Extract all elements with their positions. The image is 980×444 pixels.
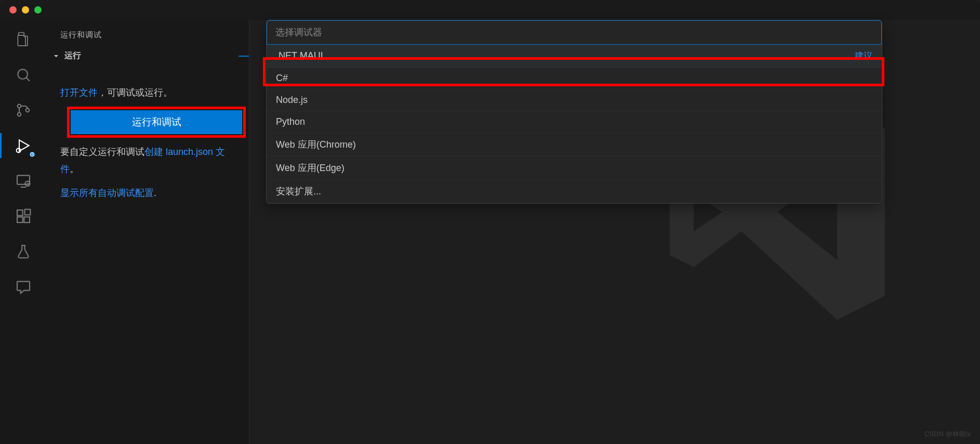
- titlebar: [0, 0, 980, 20]
- extensions-icon[interactable]: [14, 207, 33, 226]
- run-and-debug-button[interactable]: 运行和调试: [71, 110, 242, 134]
- window-close-button[interactable]: [9, 6, 17, 14]
- activity-bar: [0, 20, 47, 444]
- picker-item-python[interactable]: Python: [267, 111, 882, 133]
- svg-rect-6: [17, 175, 30, 184]
- svg-rect-8: [17, 210, 23, 216]
- svg-rect-11: [25, 210, 31, 215]
- run-section-header[interactable]: 运行: [47, 47, 249, 66]
- picker-item-nodejs[interactable]: Node.js: [267, 89, 882, 111]
- run-debug-icon[interactable]: [14, 136, 33, 155]
- chevron-down-icon: [52, 52, 60, 60]
- debugger-picker-input[interactable]: [272, 25, 876, 40]
- picker-item-web-chrome[interactable]: Web 应用(Chrome): [267, 133, 882, 156]
- show-all-configs-link[interactable]: 显示所有自动调试配置: [60, 188, 154, 198]
- debugger-picker-list: .NET MAUI 建议 C# Node.js Python Web 应用(Ch…: [267, 45, 882, 203]
- window-maximize-button[interactable]: [34, 6, 42, 14]
- picker-item-install-extension[interactable]: 安装扩展...: [267, 180, 882, 203]
- debugger-quick-picker: .NET MAUI 建议 C# Node.js Python Web 应用(Ch…: [266, 20, 882, 204]
- open-file-suffix: ，可调试或运行。: [98, 87, 173, 98]
- picker-item-hint: 建议: [855, 50, 872, 62]
- picker-item-label: Web 应用(Chrome): [276, 138, 356, 151]
- picker-item-web-edge[interactable]: Web 应用(Edge): [267, 156, 882, 180]
- comments-icon[interactable]: [14, 278, 33, 296]
- picker-item-label: Web 应用(Edge): [276, 162, 345, 174]
- picker-item-label: 安装扩展...: [276, 185, 321, 198]
- source-control-icon[interactable]: [14, 101, 33, 120]
- svg-rect-9: [17, 217, 23, 223]
- period: 。: [70, 164, 79, 174]
- svg-point-3: [26, 109, 30, 112]
- window-minimize-button[interactable]: [22, 6, 29, 14]
- customize-paragraph: 要自定义运行和调试创建 launch.json 文件。: [60, 143, 235, 177]
- open-file-link[interactable]: 打开文件: [60, 87, 98, 98]
- picker-item-csharp[interactable]: C#: [267, 68, 882, 89]
- svg-point-0: [18, 69, 28, 79]
- picker-item-net-maui[interactable]: .NET MAUI 建议: [267, 45, 882, 68]
- show-all-period: .: [154, 188, 156, 198]
- search-icon[interactable]: [14, 66, 33, 84]
- customize-prefix: 要自定义运行和调试: [60, 147, 144, 157]
- svg-point-2: [18, 113, 21, 116]
- picker-item-label: C#: [276, 73, 288, 84]
- svg-point-1: [18, 105, 21, 108]
- explorer-icon[interactable]: [14, 30, 33, 49]
- credit-watermark: CSDN @林晓lx: [924, 429, 971, 439]
- open-file-paragraph: 打开文件，可调试或运行。: [60, 84, 235, 101]
- remote-explorer-icon[interactable]: [14, 172, 33, 190]
- picker-item-label: Python: [276, 116, 305, 127]
- svg-rect-10: [24, 217, 30, 223]
- sidebar-title: 运行和调试: [47, 26, 249, 47]
- run-debug-sidebar: 运行和调试 运行 打开文件，可调试或运行。 运行和调试 要自定义运行和调试创建 …: [47, 20, 249, 444]
- picker-item-label: Node.js: [276, 95, 308, 106]
- section-label: 运行: [64, 50, 81, 61]
- testing-icon[interactable]: [14, 242, 33, 261]
- picker-item-label: .NET MAUI: [276, 50, 323, 61]
- debug-badge-icon: [29, 151, 36, 158]
